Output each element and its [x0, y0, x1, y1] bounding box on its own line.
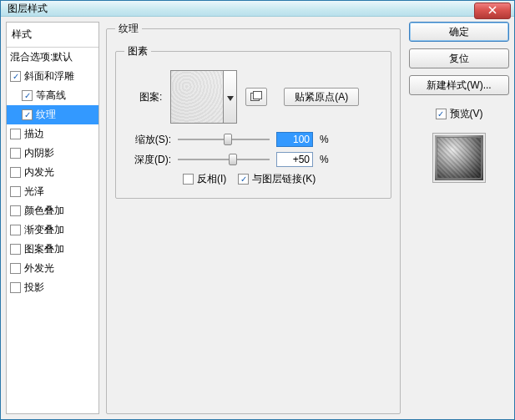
- style-item-2[interactable]: 纹理: [7, 105, 98, 124]
- style-item-label: 内发光: [24, 165, 54, 180]
- style-item-checkbox[interactable]: [10, 263, 21, 274]
- options-row: 反相(I) 与图层链接(K): [183, 172, 382, 186]
- scale-row: 缩放(S): %: [124, 132, 382, 147]
- style-item-label: 图案叠加: [24, 242, 64, 256]
- style-item-checkbox[interactable]: [10, 148, 21, 159]
- style-item-4[interactable]: 内阴影: [7, 144, 98, 163]
- reset-button[interactable]: 复位: [409, 48, 509, 68]
- invert-checkbox-wrap[interactable]: 反相(I): [183, 172, 226, 186]
- style-item-1[interactable]: 等高线: [7, 86, 98, 105]
- invert-label: 反相(I): [197, 172, 226, 186]
- depth-label: 深度(D):: [124, 153, 171, 167]
- depth-slider[interactable]: [178, 154, 270, 165]
- style-item-checkbox[interactable]: [10, 186, 21, 197]
- window-title: 图层样式: [8, 2, 48, 16]
- scale-unit: %: [320, 134, 329, 145]
- link-checkbox-wrap[interactable]: 与图层链接(K): [238, 172, 316, 186]
- preview-label: 预览(V): [450, 107, 483, 121]
- style-item-label: 光泽: [24, 185, 44, 199]
- preview-toggle[interactable]: 预览(V): [409, 107, 509, 121]
- settings-pane: 纹理 图素 图案:: [106, 22, 401, 414]
- style-item-checkbox[interactable]: [10, 71, 21, 82]
- depth-input[interactable]: [276, 152, 313, 167]
- style-item-label: 纹理: [36, 108, 56, 122]
- pattern-dropdown-button[interactable]: [224, 70, 237, 124]
- pattern-swatch[interactable]: [170, 70, 224, 124]
- depth-unit: %: [320, 154, 329, 165]
- scale-label: 缩放(S):: [124, 133, 171, 147]
- style-item-label: 外发光: [24, 261, 54, 276]
- close-icon: [488, 5, 497, 17]
- style-item-checkbox[interactable]: [10, 282, 21, 293]
- layer-style-dialog: 图层样式 样式 混合选项:默认 斜面和浮雕等高线纹理描边内阴影内发光光泽颜色叠加…: [0, 0, 515, 420]
- dialog-content: 样式 混合选项:默认 斜面和浮雕等高线纹理描边内阴影内发光光泽颜色叠加渐变叠加图…: [1, 17, 514, 419]
- style-item-9[interactable]: 图案叠加: [7, 240, 98, 259]
- style-item-checkbox[interactable]: [10, 225, 21, 235]
- style-item-5[interactable]: 内发光: [7, 163, 98, 182]
- pattern-swatch-control: [170, 70, 237, 124]
- style-item-3[interactable]: 描边: [7, 124, 98, 144]
- svg-rect-1: [254, 92, 262, 99]
- style-item-11[interactable]: 投影: [7, 278, 98, 297]
- style-item-10[interactable]: 外发光: [7, 259, 98, 278]
- style-item-label: 颜色叠加: [24, 204, 64, 218]
- style-item-checkbox[interactable]: [10, 205, 21, 216]
- style-item-checkbox[interactable]: [22, 109, 33, 120]
- link-with-layer-checkbox[interactable]: [238, 174, 249, 185]
- pattern-label: 图案:: [139, 90, 162, 104]
- styles-header[interactable]: 样式: [7, 23, 98, 48]
- style-item-7[interactable]: 颜色叠加: [7, 201, 98, 220]
- style-item-6[interactable]: 光泽: [7, 182, 98, 201]
- styles-pane: 样式 混合选项:默认 斜面和浮雕等高线纹理描边内阴影内发光光泽颜色叠加渐变叠加图…: [6, 22, 99, 414]
- style-item-checkbox[interactable]: [10, 167, 21, 178]
- style-item-label: 斜面和浮雕: [24, 69, 74, 83]
- new-style-button[interactable]: 新建样式(W)...: [409, 75, 509, 95]
- snap-to-origin-button[interactable]: 贴紧原点(A): [284, 88, 359, 106]
- preview-checkbox[interactable]: [436, 109, 447, 119]
- style-item-0[interactable]: 斜面和浮雕: [7, 67, 98, 86]
- scale-slider[interactable]: [178, 134, 270, 145]
- link-label: 与图层链接(K): [252, 172, 316, 186]
- elements-fieldset: 图素 图案:: [115, 44, 391, 199]
- depth-row: 深度(D): %: [124, 152, 382, 167]
- scale-input[interactable]: [276, 132, 313, 147]
- elements-legend: 图素: [124, 44, 151, 58]
- new-preset-icon: [250, 89, 262, 104]
- ok-button[interactable]: 确定: [409, 22, 509, 42]
- style-item-checkbox[interactable]: [10, 244, 21, 255]
- invert-checkbox[interactable]: [183, 174, 194, 185]
- preview-thumbnail: [432, 133, 486, 183]
- titlebar: 图层样式: [1, 1, 514, 17]
- actions-pane: 确定 复位 新建样式(W)... 预览(V): [409, 22, 509, 414]
- blending-options-label: 混合选项:默认: [10, 50, 73, 64]
- close-button[interactable]: [474, 3, 511, 19]
- blending-options-item[interactable]: 混合选项:默认: [7, 48, 98, 67]
- new-pattern-preset-button[interactable]: [245, 88, 267, 106]
- style-item-label: 渐变叠加: [24, 223, 64, 237]
- style-item-checkbox[interactable]: [10, 129, 21, 139]
- style-item-checkbox[interactable]: [22, 90, 33, 101]
- chevron-down-icon: [227, 89, 234, 104]
- style-item-8[interactable]: 渐变叠加: [7, 220, 98, 240]
- style-item-label: 描边: [24, 127, 44, 141]
- texture-legend: 纹理: [115, 22, 142, 36]
- texture-fieldset: 纹理 图素 图案:: [106, 22, 401, 414]
- style-item-label: 内阴影: [24, 146, 54, 160]
- style-item-label: 投影: [24, 281, 44, 295]
- pattern-picker-row: 图案:: [139, 70, 382, 124]
- style-item-label: 等高线: [36, 89, 66, 103]
